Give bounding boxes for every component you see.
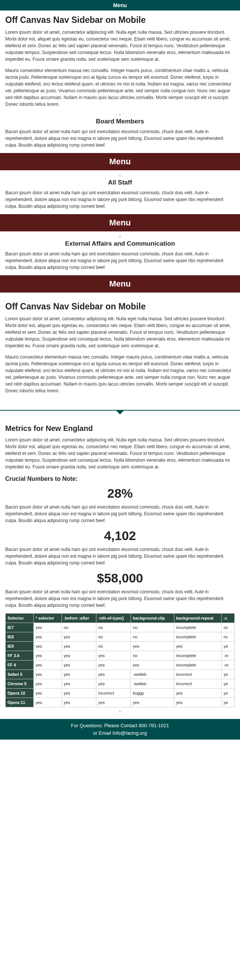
top-menu-bar[interactable]: Menu [0, 0, 240, 11]
table-cell: yes [96, 651, 131, 660]
table-cell: ye [222, 698, 235, 707]
page-footer: For Questions: Please Contact 800-781-10… [0, 719, 240, 740]
table-cell: yes [33, 689, 62, 698]
section-menu-bar[interactable]: Menu [0, 275, 240, 293]
page2-para-1: Lorem ipsum dolor sit amet, consectetur … [5, 315, 235, 349]
footer-line-2: or Email Info@facing.org [0, 729, 240, 737]
section-text: Bacon ipsum dolor sit amet nulla ham qui… [5, 128, 235, 148]
intro-para-1: Lorem ipsum dolor sit amet, consectetur … [5, 29, 235, 63]
footer-line-1: For Questions: Please Contact 800-781-10… [0, 722, 240, 729]
table-row-label: Chrome 5 [6, 679, 34, 689]
table-row: FF 4yesyesyesyesincomplete-m [6, 660, 235, 670]
table-cell: yes [33, 651, 62, 660]
table-cell: nc [222, 623, 235, 632]
metric-text: Bacon ipsum dolor sit amet nulla ham qui… [5, 504, 235, 524]
table-cell: ye [222, 670, 235, 679]
table-cell: yes [33, 660, 62, 670]
section-menu-bar[interactable]: Menu [0, 153, 240, 170]
table-header-cell: background-clip [131, 614, 174, 623]
table-cell: ye [222, 642, 235, 651]
metric-value: $58,000 [5, 571, 235, 585]
table-cell: yes [131, 642, 174, 651]
page-title: Off Canvas Nav Sidebar on Mobile [5, 15, 235, 25]
table-cell: yes [96, 660, 131, 670]
table-cell: yes [96, 698, 131, 707]
table-row-label: Opera 10 [6, 689, 34, 698]
table-cell: incomplete [174, 660, 222, 670]
table-cell: yes [96, 679, 131, 689]
section-menu-bar[interactable]: Menu [0, 214, 240, 231]
table-row-label: FF 3.6 [6, 651, 34, 660]
metric-text: Bacon ipsum dolor sit amet nulla ham qui… [5, 546, 235, 566]
table-header-cell: :before :after [62, 614, 96, 623]
table-cell: -webkit- [131, 679, 174, 689]
table-cell: yes [131, 660, 174, 670]
table-cell: yes [174, 689, 222, 698]
table-cell: yes [131, 698, 174, 707]
table-cell: no [96, 632, 131, 642]
section-text: Bacon ipsum dolor sit amet nulla ham qui… [5, 189, 235, 210]
table-row: Safari 5yesyesyes-webkit-incorrectye [6, 670, 235, 679]
intro-para-2: Mauris consectetur elementum massa nec c… [5, 67, 235, 108]
table-cell: -m [222, 651, 235, 660]
table-cell: yes [174, 698, 222, 707]
diamond-divider: ◆ [5, 173, 235, 177]
section-heading: All Staff [5, 179, 235, 186]
table-cell: yes [33, 623, 62, 632]
table-cell: incomplete [174, 651, 222, 660]
section-heading: Board Members [5, 118, 235, 125]
section-divider [0, 410, 240, 410]
metrics-title: Metrics for New England [5, 424, 235, 433]
metric-text: Bacon ipsum dolor sit amet nulla ham qui… [5, 589, 235, 609]
table-cell: incorrect [96, 689, 131, 698]
section-text: Bacon ipsum dolor sit amet nulla ham qui… [5, 251, 235, 271]
crucial-numbers-label: Crucial Numbers to Note: [5, 476, 235, 482]
table-cell: yes [33, 642, 62, 651]
table-row-label: IE9 [6, 642, 34, 651]
table-row: Chrome 5yesyesyes-webkit-incorrectye [6, 679, 235, 689]
table-cell: no [131, 632, 174, 642]
table-header-cell: :c [222, 614, 235, 623]
page2-title: Off Canvas Nav Sidebar on Mobile [5, 302, 235, 312]
table-row: Opera 11yesyesyesyesyesye [6, 698, 235, 707]
table-cell: -m [222, 660, 235, 670]
table-row: IE9yesyesnoyesyesye [6, 642, 235, 651]
table-row: Opera 10yesyesincorrectbuggyyesye [6, 689, 235, 698]
table-cell: buggy [131, 689, 174, 698]
compat-table: Selector* selector:before :after:nth-of-… [5, 613, 235, 707]
table-cell: ye [222, 679, 235, 689]
table-row: FF 3.6yesyesyesnoincomplete-m [6, 651, 235, 660]
table-cell: yes [62, 651, 96, 660]
table-cell: yes [33, 632, 62, 642]
table-cell: incorrect [174, 670, 222, 679]
table-header-cell: background-repeat [174, 614, 222, 623]
diamond-divider: ◆ [5, 234, 235, 239]
table-row: IE7yesnononoincompletenc [6, 623, 235, 632]
metric-value: 4,102 [5, 528, 235, 543]
table-cell: no [131, 651, 174, 660]
table-row-label: FF 4 [6, 660, 34, 670]
table-cell: yes [33, 698, 62, 707]
diamond-divider: ◆ [5, 709, 235, 713]
table-header-cell: Selector [6, 614, 34, 623]
table-row-label: IE7 [6, 623, 34, 632]
table-cell: incorrect [174, 679, 222, 689]
table-cell: no [96, 642, 131, 651]
table-cell: no [96, 623, 131, 632]
table-cell: yes [62, 670, 96, 679]
table-cell: yes [33, 679, 62, 689]
page2-para-2: Mauris consectetur elementum massa nec c… [5, 354, 235, 394]
table-cell: no [62, 623, 96, 632]
section-heading: External Affairs and Communication [5, 240, 235, 248]
table-cell: yes [96, 670, 131, 679]
table-cell: yes [62, 642, 96, 651]
table-row-label: IE8 [6, 632, 34, 642]
table-cell: yes [62, 698, 96, 707]
table-cell: yes [33, 670, 62, 679]
table-cell: yes [174, 642, 222, 651]
metrics-intro: Lorem ipsum dolor sit amet, consectetur … [5, 437, 235, 470]
table-row: IE8yesyesnonoincompletenc [6, 632, 235, 642]
table-row-label: Safari 5 [6, 670, 34, 679]
table-cell: yes [62, 689, 96, 698]
compat-table-wrap: Selector* selector:before :after:nth-of-… [5, 613, 235, 707]
